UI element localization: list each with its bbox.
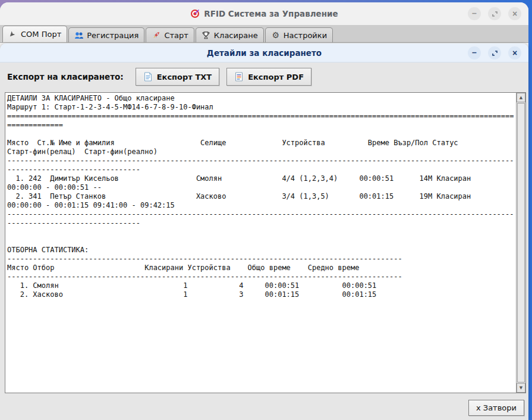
export-pdf-label: Експорт PDF [248,73,304,82]
maximize-icon [492,11,498,17]
dialog-maximize-button[interactable] [488,46,501,59]
report-box: ДЕТАИЛИ ЗА КЛАСИРАНЕТО - Общо класиране … [5,92,526,393]
export-txt-button[interactable]: Експорт TXT [136,68,219,86]
txt-document-icon [143,72,153,82]
maximize-icon [492,50,498,57]
minimize-icon: – [472,9,477,17]
close-dialog-button[interactable]: x Затвори [468,400,524,416]
people-icon [74,30,84,40]
rocket-icon [152,30,161,40]
tab-com-port[interactable]: COM Порт [2,26,67,42]
trophy-icon [202,30,211,40]
tab-label: Старт [164,31,188,40]
tab-ranking[interactable]: Класиране [196,27,264,42]
tab-label: Настройки [284,31,327,40]
gear-icon: ⚙ [271,30,281,40]
com-port-arrow-icon [8,30,18,39]
export-row: Експорт на класирането: Експорт TXT [7,67,311,86]
dialog-close-button[interactable]: × [508,46,521,59]
app-window-controls: – × [468,7,521,20]
report-text: ДЕТАИЛИ ЗА КЛАСИРАНЕТО - Общо класиране … [5,93,516,393]
app-maximize-button[interactable] [488,7,501,20]
close-icon: × [512,10,517,18]
tab-label: Класиране [214,31,258,40]
tab-bar: COM Порт Регистрация [0,25,528,43]
export-txt-label: Експорт TXT [157,73,212,82]
app-logo-target-icon [190,9,200,18]
export-label: Експорт на класирането: [7,72,124,82]
scrollbar-thumb[interactable] [517,103,525,383]
export-pdf-button[interactable]: Експорт PDF [226,68,311,86]
dialog-minimize-button[interactable]: – [468,46,481,59]
vertical-scrollbar[interactable]: ▲ ▼ [516,93,525,393]
tab-label: COM Порт [21,30,61,39]
close-icon: × [512,49,517,57]
tab-start[interactable]: Старт [146,27,194,42]
scroll-down-arrow-icon[interactable]: ▼ [517,383,525,393]
minimize-icon: – [472,48,477,57]
app-titlebar: RFID Система за Управление – × [0,2,528,25]
dialog-titlebar: Детайли за класирането – × [0,43,528,62]
dialog-window-controls: – × [468,46,521,59]
tab-label: Регистрация [87,31,138,40]
app-close-button[interactable]: × [508,7,521,20]
app-minimize-button[interactable]: – [468,7,481,20]
dialog-title: Детайли за класирането [0,43,528,62]
app-title-text: RFID Система за Управление [204,9,338,18]
tab-registration[interactable]: Регистрация [68,27,144,42]
app-title: RFID Система за Управление [0,2,528,25]
ranking-details-dialog: Детайли за класирането – × Експорт на кл… [0,43,528,420]
pdf-document-icon [234,72,244,82]
tab-settings[interactable]: ⚙ Настройки [265,27,333,42]
scroll-up-arrow-icon[interactable]: ▲ [517,93,525,102]
